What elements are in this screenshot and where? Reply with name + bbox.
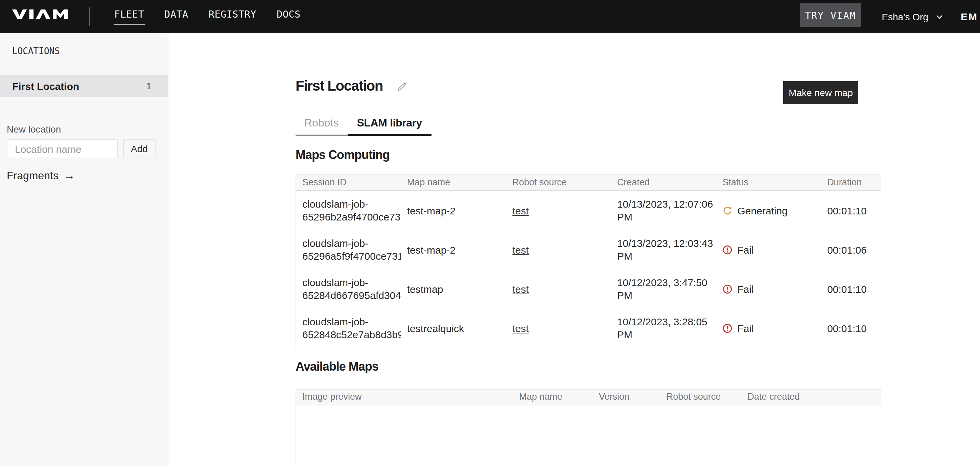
map-name: test-map-2 — [401, 191, 507, 230]
nav-right: TRY VIAM Esha's Org EM — [800, 0, 980, 33]
sidebar: LOCATIONS First Location 1 New location … — [0, 33, 169, 466]
created-at: 10/12/2023, 3:28:05 PM — [617, 315, 717, 341]
fragments-link[interactable]: Fragments→ — [7, 170, 75, 182]
map-name: testrealquick — [401, 309, 507, 348]
new-location-row: Add — [7, 139, 156, 158]
edit-icon[interactable] — [397, 82, 406, 91]
location-name: First Location — [12, 80, 79, 92]
table-row: cloudslam-job-65296b2a9f4700ce731 test-m… — [296, 191, 881, 230]
tab-slam-library[interactable]: SLAM library — [347, 116, 431, 136]
table-row: cloudslam-job-652848c52e7ab8d3b95 testre… — [296, 309, 881, 348]
status-label: Fail — [738, 283, 754, 294]
fail-icon — [723, 323, 733, 333]
created-at: 10/12/2023, 3:47:50 PM — [617, 276, 717, 302]
session-id: cloudslam-job-65296a5f9f4700ce731 — [302, 237, 401, 262]
status-label: Fail — [738, 322, 754, 334]
try-viam-button[interactable]: TRY VIAM — [800, 3, 861, 27]
duration: 00:01:06 — [821, 230, 881, 269]
status-label: Generating — [738, 205, 788, 216]
available-maps-header-row: Image preview Map name Version Robot sou… — [296, 389, 881, 404]
fail-icon — [723, 284, 733, 294]
locations-heading: LOCATIONS — [12, 46, 60, 56]
nav-registry[interactable]: REGISTRY — [208, 9, 256, 20]
page: FLEET DATA REGISTRY DOCS TRY VIAM Esha's… — [0, 0, 980, 466]
location-name-input[interactable] — [7, 139, 118, 158]
location-count: 1 — [146, 81, 151, 91]
viam-logo[interactable] — [12, 10, 68, 19]
maps-computing-table: Session ID Map name Robot source Created… — [296, 174, 881, 348]
robot-source-link[interactable]: test — [512, 322, 528, 334]
tab-robots[interactable]: Robots — [296, 116, 347, 136]
maps-computing-heading: Maps Computing — [296, 148, 881, 163]
chevron-down-icon — [936, 14, 942, 19]
map-name: test-map-2 — [401, 230, 507, 269]
fail-icon — [723, 245, 733, 254]
session-id: cloudslam-job-652848c52e7ab8d3b95 — [302, 315, 401, 341]
nav-docs[interactable]: DOCS — [277, 9, 301, 20]
duration: 00:01:10 — [821, 309, 881, 348]
new-location-label: New location — [7, 124, 61, 135]
duration: 00:01:10 — [821, 191, 881, 230]
maps-computing-header-row: Session ID Map name Robot source Created… — [296, 174, 881, 191]
add-location-button[interactable]: Add — [123, 139, 156, 158]
org-menu[interactable]: Esha's Org — [881, 11, 942, 22]
org-name: Esha's Org — [881, 11, 928, 22]
sidebar-divider — [0, 114, 168, 114]
arrow-right-icon: → — [64, 170, 75, 181]
fragments-label: Fragments — [7, 170, 59, 181]
created-at: 10/13/2023, 12:03:43 PM — [617, 237, 717, 262]
available-maps-table: Image preview Map name Version Robot sou… — [296, 389, 881, 466]
page-title: First Location — [296, 77, 383, 95]
session-id: cloudslam-job-65284d667695afd304e — [302, 276, 401, 302]
robot-source-link[interactable]: test — [512, 244, 528, 255]
created-at: 10/13/2023, 12:07:06 PM — [617, 197, 717, 223]
duration: 00:01:10 — [821, 269, 881, 309]
tabs: Robots SLAM library — [296, 116, 881, 136]
primary-nav: FLEET DATA REGISTRY DOCS — [114, 9, 301, 20]
user-initials[interactable]: EM — [961, 11, 978, 22]
table-row: cloudslam-job-65284d667695afd304e testma… — [296, 269, 881, 309]
robot-source-link[interactable]: test — [512, 205, 528, 216]
top-nav: FLEET DATA REGISTRY DOCS TRY VIAM Esha's… — [0, 0, 980, 33]
nav-divider — [89, 7, 90, 26]
generating-icon — [723, 205, 733, 215]
map-name: testmap — [401, 269, 507, 309]
robot-source-link[interactable]: test — [512, 283, 528, 294]
session-id: cloudslam-job-65296b2a9f4700ce731 — [302, 197, 401, 223]
sidebar-item-first-location[interactable]: First Location 1 — [0, 75, 168, 97]
main-content: First Location Make new map Robots SLAM … — [169, 33, 980, 466]
nav-data[interactable]: DATA — [164, 9, 188, 20]
available-maps-heading: Available Maps — [296, 359, 881, 375]
status-label: Fail — [738, 244, 754, 255]
make-new-map-button[interactable]: Make new map — [783, 81, 858, 104]
nav-fleet[interactable]: FLEET — [114, 9, 144, 20]
table-row: cloudslam-job-65296a5f9f4700ce731 test-m… — [296, 230, 881, 269]
